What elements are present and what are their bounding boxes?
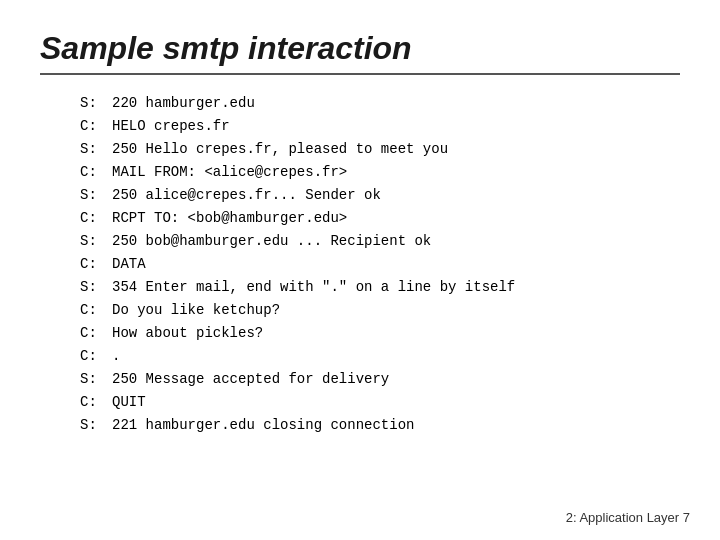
- smtp-message: 250 bob@hamburger.edu ... Recipient ok: [112, 231, 680, 252]
- smtp-line: C:QUIT: [80, 392, 680, 413]
- smtp-prefix: S:: [80, 369, 112, 390]
- smtp-message: 250 alice@crepes.fr... Sender ok: [112, 185, 680, 206]
- slide-container: Sample smtp interaction S:220 hamburger.…: [0, 0, 720, 540]
- slide-footer: 2: Application Layer 7: [566, 510, 690, 525]
- smtp-line: S:250 Message accepted for delivery: [80, 369, 680, 390]
- smtp-prefix: C:: [80, 116, 112, 137]
- smtp-prefix: C:: [80, 346, 112, 367]
- smtp-line: C:.: [80, 346, 680, 367]
- smtp-line: C:RCPT TO: <bob@hamburger.edu>: [80, 208, 680, 229]
- smtp-prefix: C:: [80, 392, 112, 413]
- smtp-message: 250 Hello crepes.fr, pleased to meet you: [112, 139, 680, 160]
- smtp-line: C:MAIL FROM: <alice@crepes.fr>: [80, 162, 680, 183]
- smtp-prefix: S:: [80, 231, 112, 252]
- smtp-prefix: C:: [80, 162, 112, 183]
- smtp-message: 250 Message accepted for delivery: [112, 369, 680, 390]
- smtp-line: S:250 alice@crepes.fr... Sender ok: [80, 185, 680, 206]
- slide-title: Sample smtp interaction: [40, 30, 680, 75]
- smtp-prefix: S:: [80, 139, 112, 160]
- smtp-content: S:220 hamburger.eduC:HELO crepes.frS:250…: [40, 93, 680, 436]
- smtp-message: QUIT: [112, 392, 680, 413]
- smtp-prefix: C:: [80, 208, 112, 229]
- smtp-prefix: S:: [80, 93, 112, 114]
- smtp-message: DATA: [112, 254, 680, 275]
- smtp-prefix: S:: [80, 185, 112, 206]
- smtp-message: 354 Enter mail, end with "." on a line b…: [112, 277, 680, 298]
- smtp-line: C: How about pickles?: [80, 323, 680, 344]
- smtp-message: .: [112, 346, 680, 367]
- smtp-line: C:HELO crepes.fr: [80, 116, 680, 137]
- smtp-line: S:354 Enter mail, end with "." on a line…: [80, 277, 680, 298]
- smtp-line: S:220 hamburger.edu: [80, 93, 680, 114]
- smtp-message: How about pickles?: [112, 323, 680, 344]
- smtp-line: C:Do you like ketchup?: [80, 300, 680, 321]
- smtp-prefix: S:: [80, 277, 112, 298]
- smtp-prefix: C:: [80, 300, 112, 321]
- smtp-message: MAIL FROM: <alice@crepes.fr>: [112, 162, 680, 183]
- smtp-message: 221 hamburger.edu closing connection: [112, 415, 680, 436]
- smtp-message: RCPT TO: <bob@hamburger.edu>: [112, 208, 680, 229]
- smtp-line: S:221 hamburger.edu closing connection: [80, 415, 680, 436]
- smtp-prefix: S:: [80, 415, 112, 436]
- smtp-line: S:250 bob@hamburger.edu ... Recipient ok: [80, 231, 680, 252]
- smtp-line: S:250 Hello crepes.fr, pleased to meet y…: [80, 139, 680, 160]
- smtp-prefix: C:: [80, 323, 112, 344]
- smtp-message: 220 hamburger.edu: [112, 93, 680, 114]
- smtp-message: HELO crepes.fr: [112, 116, 680, 137]
- smtp-line: C:DATA: [80, 254, 680, 275]
- smtp-message: Do you like ketchup?: [112, 300, 680, 321]
- smtp-prefix: C:: [80, 254, 112, 275]
